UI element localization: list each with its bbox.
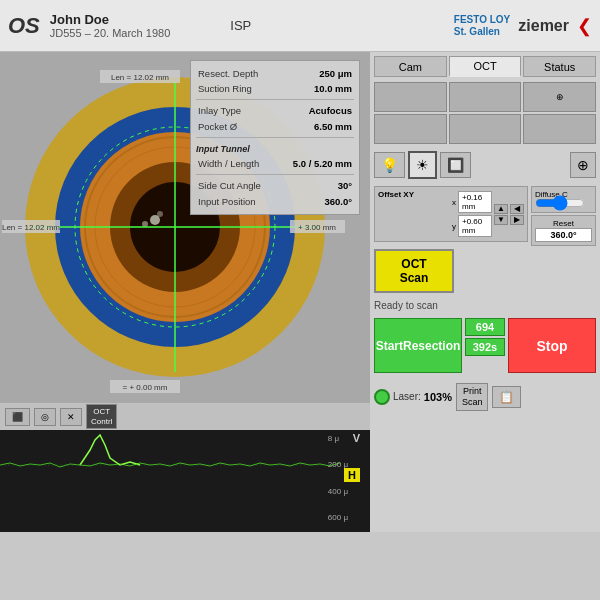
left-tool-btn-2[interactable]: ◎ <box>34 408 56 426</box>
waveform-svg <box>0 430 340 500</box>
patient-info: John Doe JD555 – 20. March 1980 <box>50 12 170 39</box>
svg-text:Len = 12.02 mm: Len = 12.02 mm <box>2 223 60 232</box>
laser-status-dot <box>374 389 390 405</box>
side-cut-row: Side Cut Angle 30° <box>196 178 354 193</box>
diffuse-panel: Diffuse C <box>531 186 596 213</box>
left-panel: Len = 12.02 mm Len = 12.02 mm + 3.00 mm … <box>0 52 370 532</box>
tool-image-icon[interactable]: 🔲 <box>440 152 471 178</box>
pocket-d-row: Pocket Ø 6.50 mm <box>196 119 354 134</box>
svg-text:Len = 12.02 mm: Len = 12.02 mm <box>111 73 169 82</box>
h-label-badge: H <box>344 468 360 482</box>
cam-btn-1[interactable] <box>374 82 447 112</box>
offset-y-value: +0.60 mm <box>458 215 492 237</box>
offset-right-btn[interactable]: ▶ <box>510 215 524 225</box>
offset-down-btn[interactable]: ▼ <box>494 215 508 225</box>
tool-target-icon[interactable]: ⊕ <box>570 152 596 178</box>
patient-id: JD555 – 20. March 1980 <box>50 27 170 39</box>
svg-text:+ 3.00 mm: + 3.00 mm <box>298 223 336 232</box>
eye-container: Len = 12.02 mm Len = 12.02 mm + 3.00 mm … <box>0 52 370 402</box>
measurements-panel: Resect. Depth 250 μm Suction Ring 10.0 m… <box>190 60 360 215</box>
file-button[interactable]: 📋 <box>492 386 521 408</box>
start-resection-button[interactable]: Start Resection <box>374 318 462 373</box>
diffuse-slider[interactable] <box>535 199 585 207</box>
laser-percentage: 103% <box>424 391 452 403</box>
festo-logo: FESTO LOY St. Gallen <box>454 14 511 38</box>
offset-reset-row: Offset XY x +0.16 mm y +0.60 mm <box>374 186 596 246</box>
left-tool-btn-3[interactable]: ✕ <box>60 408 82 426</box>
offset-x-value: +0.16 mm <box>458 191 492 213</box>
width-length-row: Width / Length 5.0 / 5.20 mm <box>196 156 354 171</box>
cam-btn-2[interactable] <box>449 82 522 112</box>
offset-panel: Offset XY x +0.16 mm y +0.60 mm <box>374 186 528 242</box>
counter-group: 694 392s <box>465 318 505 373</box>
input-position-row: Input Position 360.0° <box>196 194 354 209</box>
suction-ring-row: Suction Ring 10.0 mm <box>196 81 354 96</box>
diffuse-reset-col: Diffuse C Reset 360.0° <box>531 186 596 246</box>
ziemer-logo: ziemer <box>518 17 569 35</box>
patient-name: John Doe <box>50 12 170 27</box>
tab-cam[interactable]: Cam <box>374 56 447 77</box>
svg-point-10 <box>157 211 163 217</box>
top-bar: OS John Doe JD555 – 20. March 1980 ISP F… <box>0 0 600 52</box>
bottom-toolbar: Laser: 103% Print Scan 📋 <box>374 380 596 414</box>
ziemer-chevron-icon: ❮ <box>577 15 592 37</box>
svg-point-9 <box>142 221 148 227</box>
action-row: Start Resection 694 392s Stop <box>374 318 596 373</box>
svg-text:= + 0.00 mm: = + 0.00 mm <box>123 383 168 392</box>
cam-btn-6[interactable] <box>523 114 596 144</box>
camera-grid: ⊕ <box>374 82 596 144</box>
waveform-area: 8 μ 200 μ 400 μ 600 μ V H <box>0 430 370 532</box>
inlay-type-row: Inlay Type Acufocus <box>196 103 354 118</box>
right-panel: Cam OCT Status ⊕ 💡 ☀ 🔲 ⊕ <box>370 52 600 532</box>
stop-button[interactable]: Stop <box>508 318 596 373</box>
print-scan-button[interactable]: Print Scan <box>456 383 489 411</box>
tab-status[interactable]: Status <box>523 56 596 77</box>
icon-tool-row: 💡 ☀ 🔲 ⊕ <box>374 151 596 179</box>
eye-side-label: OS <box>8 13 40 39</box>
oct-control-btn[interactable]: OCTContrl <box>86 404 117 429</box>
oct-scan-button[interactable]: OCT Scan <box>374 249 454 293</box>
cam-btn-crosshair[interactable]: ⊕ <box>523 82 596 112</box>
tool-light-icon[interactable]: ☀ <box>408 151 437 179</box>
tool-bulb-icon[interactable]: 💡 <box>374 152 405 178</box>
main-content: Len = 12.02 mm Len = 12.02 mm + 3.00 mm … <box>0 52 600 532</box>
laser-indicator: Laser: 103% <box>374 389 452 405</box>
tabs-row: Cam OCT Status <box>374 56 596 77</box>
reset-panel: Reset 360.0° <box>531 215 596 246</box>
tab-oct[interactable]: OCT <box>449 56 522 77</box>
left-icon-bar: ⬛ ◎ ✕ OCTContrl <box>0 402 370 430</box>
left-tool-btn-1[interactable]: ⬛ <box>5 408 30 426</box>
offset-left-btn[interactable]: ◀ <box>510 204 524 214</box>
laser-label: Laser: <box>393 391 421 402</box>
counter-694: 694 <box>465 318 505 336</box>
resect-depth-row: Resect. Depth 250 μm <box>196 66 354 81</box>
ready-status: Ready to scan <box>374 300 596 311</box>
logo-area: FESTO LOY St. Gallen ziemer ❮ <box>454 14 592 38</box>
counter-392s: 392s <box>465 338 505 356</box>
cam-btn-5[interactable] <box>449 114 522 144</box>
isp-label: ISP <box>230 18 251 33</box>
cam-btn-4[interactable] <box>374 114 447 144</box>
v-label: V <box>353 432 360 444</box>
offset-up-btn[interactable]: ▲ <box>494 204 508 214</box>
